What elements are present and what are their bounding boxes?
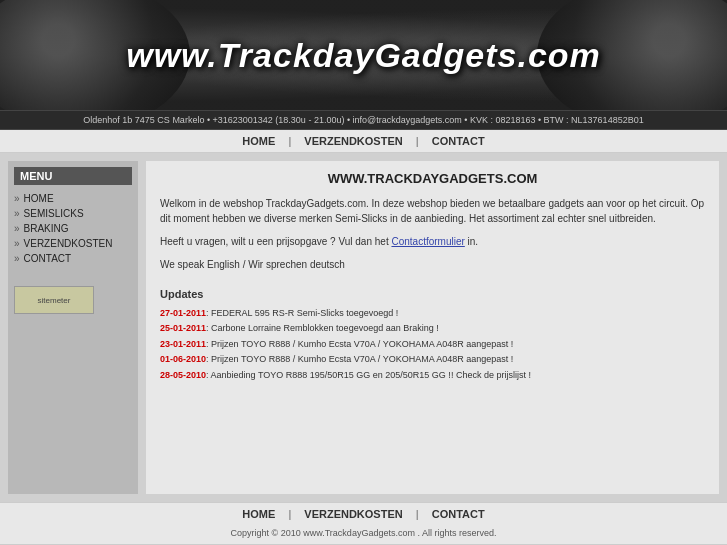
info-bar: Oldenhof 1b 7475 CS Markelo • +316230013… bbox=[0, 110, 727, 130]
bullet-home: » bbox=[14, 193, 20, 204]
update-item: 01-06-2010: Prijzen TOYO R888 / Kumho Ec… bbox=[160, 352, 705, 366]
update-item: 28-05-2010: Aanbieding TOYO R888 195/50R… bbox=[160, 368, 705, 382]
content-area: WWW.TRACKDAYGADGETS.COM Welkom in de web… bbox=[146, 161, 719, 494]
footer-nav-sep-2: | bbox=[416, 508, 422, 520]
copyright-text: Copyright © 2010 www.TrackdayGadgets.com… bbox=[231, 528, 497, 538]
para2-suffix: in. bbox=[465, 236, 478, 247]
nav-sep-2: | bbox=[416, 135, 422, 147]
sidebar-item-semislicks[interactable]: » SEMISLICKS bbox=[14, 206, 132, 221]
top-nav: HOME | VERZENDKOSTEN | CONTACT bbox=[0, 130, 727, 153]
sitemeter-logo: sitemeter bbox=[14, 286, 94, 314]
content-para3: We speak English / Wir sprechen deutsch bbox=[160, 257, 705, 272]
footer-contact-link[interactable]: CONTACT bbox=[422, 508, 495, 520]
update-item: 27-01-2011: FEDERAL 595 RS-R Semi-Slicks… bbox=[160, 306, 705, 320]
sidebar-item-verzendkosten[interactable]: » VERZENDKOSTEN bbox=[14, 236, 132, 251]
sidebar-label-braking: BRAKING bbox=[24, 223, 69, 234]
bullet-contact: » bbox=[14, 253, 20, 264]
update-date: 23-01-2011 bbox=[160, 339, 206, 349]
site-title: www.TrackdayGadgets.com bbox=[126, 36, 601, 75]
sidebar-label-verzendkosten: VERZENDKOSTEN bbox=[24, 238, 113, 249]
updates-title: Updates bbox=[160, 288, 705, 300]
para2-prefix: Heeft u vragen, wilt u een prijsopgave ?… bbox=[160, 236, 391, 247]
update-item: 23-01-2011: Prijzen TOYO R888 / Kumho Ec… bbox=[160, 337, 705, 351]
nav-home-link[interactable]: HOME bbox=[232, 135, 285, 147]
nav-contact-link[interactable]: CONTACT bbox=[422, 135, 495, 147]
update-date: 25-01-2011 bbox=[160, 323, 206, 333]
footer-nav: HOME | VERZENDKOSTEN | CONTACT bbox=[0, 502, 727, 525]
update-item: 25-01-2011: Carbone Lorraine Remblokken … bbox=[160, 321, 705, 335]
main-wrapper: MENU » HOME » SEMISLICKS » BRAKING » VER… bbox=[0, 153, 727, 502]
nav-verzendkosten-link[interactable]: VERZENDKOSTEN bbox=[294, 135, 412, 147]
content-para1: Welkom in de webshop TrackdayGadgets.com… bbox=[160, 196, 705, 226]
footer-home-link[interactable]: HOME bbox=[232, 508, 285, 520]
sidebar-item-home[interactable]: » HOME bbox=[14, 191, 132, 206]
content-para2: Heeft u vragen, wilt u een prijsopgave ?… bbox=[160, 234, 705, 249]
sitemeter-text: sitemeter bbox=[38, 296, 71, 305]
bullet-semislicks: » bbox=[14, 208, 20, 219]
sidebar-label-home: HOME bbox=[24, 193, 54, 204]
update-date: 01-06-2010 bbox=[160, 354, 206, 364]
bullet-verzendkosten: » bbox=[14, 238, 20, 249]
bullet-braking: » bbox=[14, 223, 20, 234]
contactformulier-link[interactable]: Contactformulier bbox=[391, 236, 464, 247]
sidebar-label-contact: CONTACT bbox=[24, 253, 72, 264]
updates-list: 27-01-2011: FEDERAL 595 RS-R Semi-Slicks… bbox=[160, 306, 705, 382]
footer-verzendkosten-link[interactable]: VERZENDKOSTEN bbox=[294, 508, 412, 520]
header: www.TrackdayGadgets.com bbox=[0, 0, 727, 110]
updates-section: Updates 27-01-2011: FEDERAL 595 RS-R Sem… bbox=[160, 288, 705, 382]
footer-copyright: Copyright © 2010 www.TrackdayGadgets.com… bbox=[0, 525, 727, 545]
sidebar-item-contact[interactable]: » CONTACT bbox=[14, 251, 132, 266]
update-date: 28-05-2010 bbox=[160, 370, 206, 380]
sidebar-item-braking[interactable]: » BRAKING bbox=[14, 221, 132, 236]
sidebar-label-semislicks: SEMISLICKS bbox=[24, 208, 84, 219]
content-title: WWW.TRACKDAYGADGETS.COM bbox=[160, 171, 705, 186]
sidebar: MENU » HOME » SEMISLICKS » BRAKING » VER… bbox=[8, 161, 138, 494]
update-date: 27-01-2011 bbox=[160, 308, 206, 318]
sidebar-title: MENU bbox=[14, 167, 132, 185]
info-bar-text: Oldenhof 1b 7475 CS Markelo • +316230013… bbox=[83, 115, 643, 125]
